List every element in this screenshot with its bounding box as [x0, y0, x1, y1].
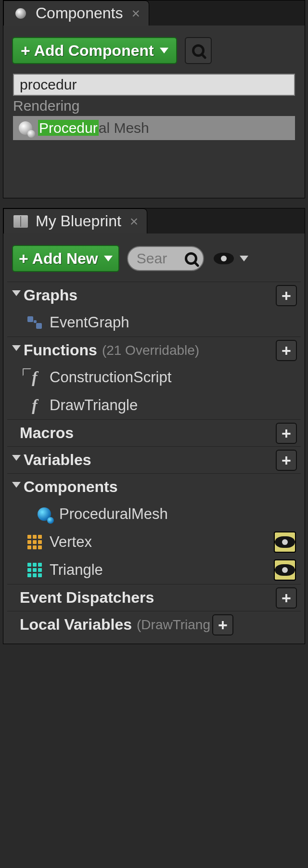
section-components[interactable]: Components: [7, 473, 301, 500]
component-search-field[interactable]: procedur: [13, 74, 295, 96]
blueprint-toolbar: + Add New: [3, 233, 305, 282]
add-component-label: Add Component: [34, 42, 154, 60]
plus-icon: +: [21, 41, 30, 60]
item-drawtriangle[interactable]: f DrawTriangle: [7, 391, 301, 419]
close-icon[interactable]: ×: [128, 213, 141, 230]
section-graphs[interactable]: Graphs +: [7, 282, 301, 309]
collapse-icon: [12, 482, 21, 492]
caret-down-icon: [240, 256, 248, 261]
item-eventgraph[interactable]: EventGraph: [7, 309, 301, 337]
search-icon: [185, 252, 197, 265]
tab-title: Components: [36, 4, 123, 22]
add-new-label: Add New: [32, 250, 98, 268]
collapse-icon: [12, 290, 21, 300]
function-override-icon: f: [26, 369, 43, 386]
my-blueprint-panel: My Blueprint × + Add New Graphs + EventG…: [3, 208, 305, 644]
add-function-button[interactable]: +: [276, 340, 297, 361]
components-toolbar: + Add Component: [3, 26, 305, 74]
components-tab[interactable]: Components ×: [3, 0, 149, 26]
caret-down-icon: [160, 48, 168, 53]
components-tab-icon: [13, 6, 29, 21]
section-event-dispatchers[interactable]: Event Dispatchers +: [7, 584, 301, 611]
collapse-icon: [12, 455, 21, 465]
caret-down-icon: [104, 256, 113, 261]
search-result-procedural-mesh[interactable]: Procedural Mesh: [13, 116, 295, 140]
add-macro-button[interactable]: +: [276, 423, 297, 444]
collapse-icon: [12, 345, 21, 355]
component-icon: [36, 506, 52, 522]
search-value: procedur: [20, 77, 77, 93]
add-component-button[interactable]: + Add Component: [12, 37, 177, 64]
add-graph-button[interactable]: +: [276, 285, 297, 306]
item-proceduralmesh[interactable]: ProceduralMesh: [7, 500, 301, 528]
section-functions[interactable]: Functions (21 Overridable) +: [7, 337, 301, 363]
mesh-component-icon: [19, 121, 32, 135]
section-variables[interactable]: Variables +: [7, 446, 301, 473]
search-icon: [192, 44, 205, 57]
add-local-variable-button[interactable]: +: [212, 614, 233, 635]
visibility-toggle[interactable]: [274, 531, 296, 553]
eye-icon: [275, 564, 295, 576]
eventgraph-icon: [26, 314, 43, 331]
close-icon[interactable]: ×: [129, 5, 142, 22]
blueprint-search[interactable]: [127, 246, 204, 271]
search-components-button[interactable]: [185, 37, 212, 64]
item-constructionscript[interactable]: f ConstructionScript: [7, 363, 301, 391]
blueprint-tab-icon: [13, 214, 29, 229]
eye-icon: [275, 536, 295, 548]
tabbar: Components ×: [3, 0, 305, 26]
tab-title: My Blueprint: [36, 212, 121, 230]
item-triangle[interactable]: Triangle: [7, 556, 301, 584]
add-variable-button[interactable]: +: [276, 450, 297, 471]
plus-icon: +: [19, 249, 28, 268]
section-local-variables[interactable]: Local Variables (DrawTriang +: [7, 611, 301, 638]
eye-icon: [214, 253, 234, 264]
blueprint-search-input[interactable]: [137, 250, 180, 267]
array-icon: [26, 562, 43, 578]
category-rendering: Rendering: [3, 96, 305, 116]
view-options-button[interactable]: [212, 253, 250, 264]
item-vertex[interactable]: Vertex: [7, 528, 301, 556]
blueprint-tree: Graphs + EventGraph Functions (21 Overri…: [3, 282, 305, 644]
tabbar: My Blueprint ×: [3, 208, 305, 233]
visibility-toggle[interactable]: [274, 559, 296, 581]
my-blueprint-tab[interactable]: My Blueprint ×: [3, 208, 147, 233]
array-icon: [26, 534, 43, 550]
function-icon: f: [26, 397, 43, 414]
add-new-button[interactable]: + Add New: [12, 245, 119, 272]
section-macros[interactable]: Macros +: [7, 419, 301, 446]
components-panel: Components × + Add Component procedur Re…: [3, 0, 305, 198]
result-text: Procedural Mesh: [38, 120, 149, 136]
add-event-dispatcher-button[interactable]: +: [276, 587, 297, 609]
